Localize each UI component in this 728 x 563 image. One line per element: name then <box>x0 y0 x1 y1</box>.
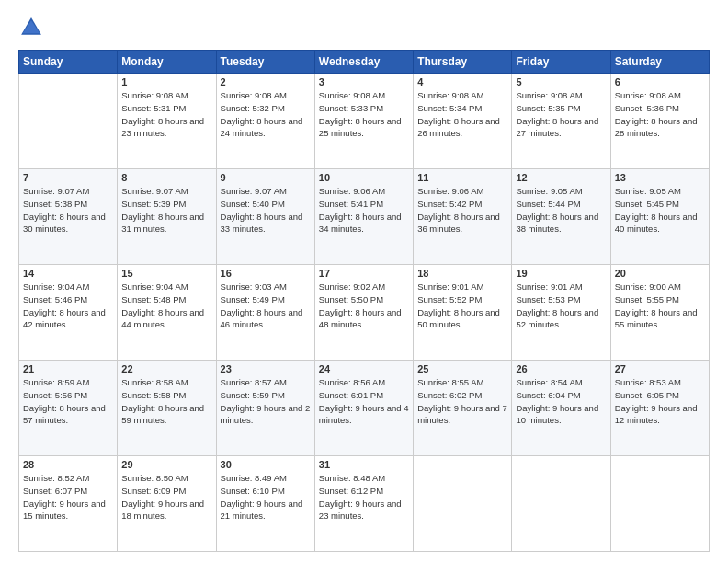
day-info: Sunrise: 9:05 AMSunset: 5:45 PMDaylight:… <box>615 185 705 236</box>
calendar-cell: 21Sunrise: 8:59 AMSunset: 5:56 PMDayligh… <box>19 361 118 456</box>
calendar-cell: 7Sunrise: 9:07 AMSunset: 5:38 PMDaylight… <box>19 169 118 265</box>
calendar-cell: 29Sunrise: 8:50 AMSunset: 6:09 PMDayligh… <box>118 456 216 552</box>
calendar-cell: 10Sunrise: 9:06 AMSunset: 5:41 PMDayligh… <box>314 169 413 265</box>
day-info: Sunrise: 8:49 AMSunset: 6:10 PMDaylight:… <box>221 472 311 523</box>
day-number: 14 <box>23 268 113 279</box>
day-number: 5 <box>516 76 606 87</box>
day-info: Sunrise: 8:58 AMSunset: 5:58 PMDaylight:… <box>121 376 211 427</box>
day-number: 12 <box>516 172 606 183</box>
day-number: 13 <box>615 172 705 183</box>
calendar-cell: 5Sunrise: 9:08 AMSunset: 5:35 PMDaylight… <box>512 74 610 169</box>
calendar-cell: 13Sunrise: 9:05 AMSunset: 5:45 PMDayligh… <box>610 169 709 265</box>
day-info: Sunrise: 9:08 AMSunset: 5:31 PMDaylight:… <box>121 89 211 140</box>
day-number: 30 <box>221 459 311 470</box>
day-info: Sunrise: 8:54 AMSunset: 6:04 PMDaylight:… <box>516 376 606 427</box>
weekday-header-monday: Monday <box>118 51 216 74</box>
day-number: 3 <box>319 76 409 87</box>
day-info: Sunrise: 9:06 AMSunset: 5:42 PMDaylight:… <box>417 185 507 236</box>
day-number: 28 <box>23 459 113 470</box>
day-number: 20 <box>615 268 705 279</box>
day-number: 11 <box>417 172 507 183</box>
day-info: Sunrise: 9:08 AMSunset: 5:35 PMDaylight:… <box>516 89 606 140</box>
weekday-header-saturday: Saturday <box>610 51 709 74</box>
calendar-cell: 12Sunrise: 9:05 AMSunset: 5:44 PMDayligh… <box>512 169 610 265</box>
day-number: 16 <box>221 268 311 279</box>
calendar-cell: 27Sunrise: 8:53 AMSunset: 6:05 PMDayligh… <box>610 361 709 456</box>
day-info: Sunrise: 9:01 AMSunset: 5:53 PMDaylight:… <box>516 281 606 331</box>
day-number: 8 <box>121 172 211 183</box>
day-number: 1 <box>121 76 211 87</box>
logo <box>18 15 48 40</box>
weekday-header-thursday: Thursday <box>414 51 512 74</box>
svg-marker-1 <box>23 20 40 33</box>
calendar-cell: 6Sunrise: 9:08 AMSunset: 5:36 PMDaylight… <box>610 74 709 169</box>
calendar-cell: 4Sunrise: 9:08 AMSunset: 5:34 PMDaylight… <box>414 74 512 169</box>
calendar-cell: 15Sunrise: 9:04 AMSunset: 5:48 PMDayligh… <box>118 265 216 361</box>
calendar-cell: 16Sunrise: 9:03 AMSunset: 5:49 PMDayligh… <box>216 265 314 361</box>
day-number: 2 <box>221 76 311 87</box>
day-number: 31 <box>319 459 409 470</box>
day-info: Sunrise: 9:08 AMSunset: 5:34 PMDaylight:… <box>417 89 507 140</box>
calendar-cell: 30Sunrise: 8:49 AMSunset: 6:10 PMDayligh… <box>216 456 314 552</box>
calendar-week-3: 14Sunrise: 9:04 AMSunset: 5:46 PMDayligh… <box>19 265 710 361</box>
day-info: Sunrise: 8:57 AMSunset: 5:59 PMDaylight:… <box>221 376 311 427</box>
calendar-cell: 28Sunrise: 8:52 AMSunset: 6:07 PMDayligh… <box>19 456 118 552</box>
day-info: Sunrise: 9:08 AMSunset: 5:33 PMDaylight:… <box>319 89 409 140</box>
day-number: 10 <box>319 172 409 183</box>
calendar-table: SundayMondayTuesdayWednesdayThursdayFrid… <box>18 50 710 552</box>
day-number: 7 <box>23 172 113 183</box>
day-number: 27 <box>615 363 705 374</box>
day-number: 21 <box>23 363 113 374</box>
day-number: 9 <box>221 172 311 183</box>
calendar-cell: 18Sunrise: 9:01 AMSunset: 5:52 PMDayligh… <box>414 265 512 361</box>
calendar-week-4: 21Sunrise: 8:59 AMSunset: 5:56 PMDayligh… <box>19 361 710 456</box>
day-info: Sunrise: 9:04 AMSunset: 5:46 PMDaylight:… <box>23 281 113 331</box>
calendar-cell: 3Sunrise: 9:08 AMSunset: 5:33 PMDaylight… <box>314 74 413 169</box>
calendar-cell <box>610 456 709 552</box>
calendar-cell: 8Sunrise: 9:07 AMSunset: 5:39 PMDaylight… <box>118 169 216 265</box>
day-info: Sunrise: 9:03 AMSunset: 5:49 PMDaylight:… <box>221 281 311 331</box>
calendar-cell: 20Sunrise: 9:00 AMSunset: 5:55 PMDayligh… <box>610 265 709 361</box>
day-info: Sunrise: 9:08 AMSunset: 5:36 PMDaylight:… <box>615 89 705 140</box>
calendar-cell: 2Sunrise: 9:08 AMSunset: 5:32 PMDaylight… <box>216 74 314 169</box>
calendar-cell: 22Sunrise: 8:58 AMSunset: 5:58 PMDayligh… <box>118 361 216 456</box>
calendar-cell: 25Sunrise: 8:55 AMSunset: 6:02 PMDayligh… <box>414 361 512 456</box>
day-info: Sunrise: 8:50 AMSunset: 6:09 PMDaylight:… <box>121 472 211 523</box>
day-number: 25 <box>417 363 507 374</box>
day-info: Sunrise: 9:07 AMSunset: 5:38 PMDaylight:… <box>23 185 113 236</box>
logo-icon <box>18 15 44 40</box>
calendar-cell: 31Sunrise: 8:48 AMSunset: 6:12 PMDayligh… <box>314 456 413 552</box>
day-info: Sunrise: 8:56 AMSunset: 6:01 PMDaylight:… <box>319 376 409 427</box>
page-header <box>18 15 710 40</box>
day-number: 6 <box>615 76 705 87</box>
calendar-cell: 11Sunrise: 9:06 AMSunset: 5:42 PMDayligh… <box>414 169 512 265</box>
day-info: Sunrise: 8:48 AMSunset: 6:12 PMDaylight:… <box>319 472 409 523</box>
day-info: Sunrise: 8:52 AMSunset: 6:07 PMDaylight:… <box>23 472 113 523</box>
day-number: 18 <box>417 268 507 279</box>
day-info: Sunrise: 9:02 AMSunset: 5:50 PMDaylight:… <box>319 281 409 331</box>
calendar-cell: 23Sunrise: 8:57 AMSunset: 5:59 PMDayligh… <box>216 361 314 456</box>
calendar-cell: 1Sunrise: 9:08 AMSunset: 5:31 PMDaylight… <box>118 74 216 169</box>
day-number: 29 <box>121 459 211 470</box>
day-number: 4 <box>417 76 507 87</box>
calendar-cell: 17Sunrise: 9:02 AMSunset: 5:50 PMDayligh… <box>314 265 413 361</box>
day-number: 26 <box>516 363 606 374</box>
calendar-cell: 19Sunrise: 9:01 AMSunset: 5:53 PMDayligh… <box>512 265 610 361</box>
day-number: 19 <box>516 268 606 279</box>
calendar-cell <box>512 456 610 552</box>
calendar-week-2: 7Sunrise: 9:07 AMSunset: 5:38 PMDaylight… <box>19 169 710 265</box>
weekday-header-wednesday: Wednesday <box>314 51 413 74</box>
day-number: 15 <box>121 268 211 279</box>
weekday-header-tuesday: Tuesday <box>216 51 314 74</box>
day-number: 17 <box>319 268 409 279</box>
day-info: Sunrise: 8:59 AMSunset: 5:56 PMDaylight:… <box>23 376 113 427</box>
day-info: Sunrise: 8:55 AMSunset: 6:02 PMDaylight:… <box>417 376 507 427</box>
day-number: 23 <box>221 363 311 374</box>
day-info: Sunrise: 9:06 AMSunset: 5:41 PMDaylight:… <box>319 185 409 236</box>
day-info: Sunrise: 9:07 AMSunset: 5:39 PMDaylight:… <box>121 185 211 236</box>
calendar-cell <box>414 456 512 552</box>
calendar-week-5: 28Sunrise: 8:52 AMSunset: 6:07 PMDayligh… <box>19 456 710 552</box>
day-info: Sunrise: 9:01 AMSunset: 5:52 PMDaylight:… <box>417 281 507 331</box>
day-info: Sunrise: 9:04 AMSunset: 5:48 PMDaylight:… <box>121 281 211 331</box>
weekday-header-sunday: Sunday <box>19 51 118 74</box>
